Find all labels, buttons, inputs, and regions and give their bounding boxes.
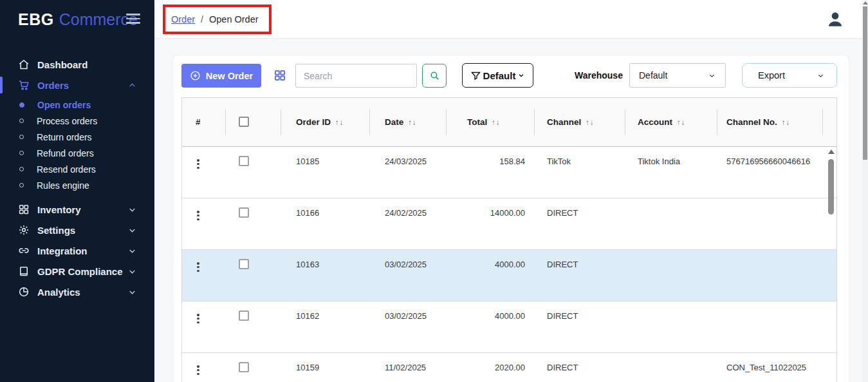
- sidebar-subitem-return-orders[interactable]: Return orders: [0, 129, 154, 145]
- search-button[interactable]: [422, 64, 447, 88]
- bullet-icon: [19, 151, 24, 155]
- chevron-down-icon: [128, 267, 136, 276]
- breadcrumb-order-link[interactable]: Order: [171, 14, 195, 24]
- cell-account: Tiktok India: [625, 147, 717, 166]
- sidebar-item-settings[interactable]: Settings: [0, 220, 154, 240]
- sort-arrows-icon[interactable]: ↑↓: [492, 119, 501, 126]
- row-actions-kebab-icon[interactable]: [196, 258, 201, 276]
- sort-arrows-icon[interactable]: ↑↓: [335, 119, 344, 126]
- scroll-up-arrow-icon[interactable]: [863, 1, 868, 5]
- cell-channel: DIRECT: [534, 301, 625, 321]
- search-input[interactable]: [295, 64, 417, 88]
- subitem-label: Process orders: [37, 116, 97, 126]
- header-account[interactable]: Account ↑↓: [625, 98, 717, 146]
- cell-date: 11/02/2025: [369, 353, 446, 372]
- sidebar-item-dashboard[interactable]: Dashboard: [0, 54, 154, 75]
- cell-channel: DIRECT: [534, 250, 625, 269]
- sidebar-item-orders[interactable]: Orders: [0, 75, 154, 95]
- cell-channel-no: 576716956660046616: [717, 147, 822, 166]
- sidebar-item-analytics[interactable]: Analytics: [0, 282, 154, 302]
- row-checkbox[interactable]: [239, 259, 249, 269]
- cell-account: [625, 301, 717, 311]
- sort-arrows-icon[interactable]: ↑↓: [782, 119, 791, 126]
- sidebar-item-gdpr-compliance[interactable]: GDPR Compliance: [0, 261, 154, 282]
- row-actions-kebab-icon[interactable]: [196, 310, 201, 327]
- sidebar-item-label: Analytics: [37, 287, 80, 298]
- sort-arrows-icon[interactable]: ↑↓: [408, 119, 417, 126]
- cell-date: 03/02/2025: [369, 250, 446, 269]
- bullet-icon: [19, 135, 24, 139]
- brand-name-bold: EBG: [18, 10, 54, 29]
- cell-channel-no: CON_Test_11022025: [717, 353, 822, 372]
- sidebar-subitem-resend-orders[interactable]: Resend orders: [0, 161, 154, 177]
- sidebar-item-inventory[interactable]: Inventory: [0, 199, 154, 220]
- row-checkbox[interactable]: [239, 207, 249, 218]
- sidebar-item-label: Dashboard: [37, 59, 88, 70]
- header-select-all: [225, 98, 281, 146]
- funnel-icon: [470, 70, 481, 81]
- sidebar-subitem-open-orders[interactable]: Open orders: [0, 97, 154, 113]
- table-row-selected: 10163 03/02/2025 4000.00 DIRECT: [182, 250, 836, 301]
- table-scrollbar[interactable]: [827, 148, 835, 381]
- home-icon: [18, 59, 30, 70]
- cell-date: 03/02/2025: [369, 301, 446, 321]
- cell-account: [625, 198, 717, 208]
- cell-date: 24/03/2025: [369, 147, 446, 166]
- cell-total: 2020.00: [446, 353, 534, 372]
- header-order-id[interactable]: Order ID ↑↓: [281, 98, 369, 146]
- sidebar-item-label: Inventory: [37, 204, 81, 215]
- header-channel[interactable]: Channel ↑↓: [534, 98, 625, 146]
- row-checkbox[interactable]: [239, 362, 249, 372]
- sidebar-subitem-rules-engine[interactable]: Rules engine: [0, 177, 154, 193]
- plus-circle-icon: [190, 70, 201, 81]
- warehouse-select[interactable]: Default: [629, 63, 726, 88]
- chevron-down-icon: [817, 72, 825, 80]
- row-checkbox[interactable]: [239, 156, 249, 166]
- sort-arrows-icon[interactable]: ↑↓: [586, 119, 595, 126]
- row-actions-kebab-icon[interactable]: [196, 361, 201, 379]
- new-order-button[interactable]: New Order: [181, 64, 261, 88]
- row-checkbox[interactable]: [239, 310, 249, 321]
- pie-chart-icon: [18, 286, 30, 298]
- export-dropdown-button[interactable]: Export: [742, 63, 837, 88]
- chevron-down-icon: [128, 247, 136, 255]
- page-scrollbar[interactable]: [862, 0, 868, 382]
- cell-account: [625, 353, 717, 363]
- bullet-icon: [19, 167, 24, 171]
- cell-date: 24/02/2025: [369, 198, 446, 218]
- sidebar-item-label: GDPR Compliance: [37, 266, 123, 277]
- sort-arrows-icon[interactable]: ↑↓: [677, 119, 686, 126]
- page-scrollbar-thumb[interactable]: [863, 6, 867, 160]
- orders-table: # Order ID ↑↓ Date ↑↓ Total ↑↓: [181, 97, 837, 382]
- user-avatar-icon[interactable]: [825, 9, 845, 30]
- top-bar: Order / Open Order: [154, 0, 862, 39]
- document-icon: [18, 265, 30, 277]
- cell-total: 4000.00: [446, 301, 534, 321]
- cell-channel-no: [717, 198, 822, 208]
- header-total[interactable]: Total ↑↓: [446, 98, 534, 146]
- sidebar-item-integration[interactable]: Integration: [0, 240, 154, 261]
- chevron-down-icon: [128, 226, 136, 234]
- sidebar-item-label: Settings: [37, 225, 75, 236]
- sidebar-subitem-process-orders[interactable]: Process orders: [0, 113, 154, 129]
- hamburger-menu-icon[interactable]: [126, 14, 140, 24]
- header-channel-no[interactable]: Channel No. ↑↓: [717, 98, 822, 146]
- cell-channel: TikTok: [534, 147, 625, 166]
- breadcrumb-annotation-box: Order / Open Order: [163, 5, 272, 34]
- row-actions-kebab-icon[interactable]: [196, 207, 201, 224]
- chevron-down-icon: [517, 72, 525, 79]
- header-date[interactable]: Date ↑↓: [369, 98, 446, 146]
- row-actions-kebab-icon[interactable]: [196, 155, 201, 173]
- cell-channel: DIRECT: [534, 198, 625, 218]
- cell-total: 158.84: [446, 147, 534, 166]
- select-all-checkbox[interactable]: [239, 117, 249, 127]
- table-scrollbar-thumb[interactable]: [828, 159, 834, 215]
- grid-view-toggle-icon[interactable]: [273, 69, 286, 82]
- scroll-up-arrow-icon[interactable]: [828, 149, 835, 154]
- header-extra: [822, 98, 836, 146]
- bullet-icon: [19, 183, 24, 187]
- chevron-down-icon: [128, 205, 136, 214]
- filter-default-button[interactable]: Default: [462, 63, 533, 88]
- sidebar-subitem-refund-orders[interactable]: Refund orders: [0, 145, 154, 161]
- subitem-label: Resend orders: [37, 164, 96, 175]
